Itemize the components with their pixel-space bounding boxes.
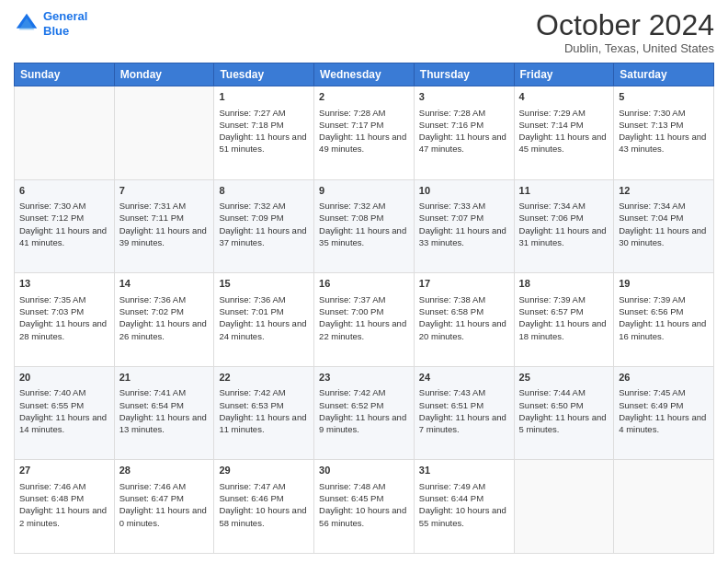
sunset-text: Sunset: 7:04 PM bbox=[619, 212, 709, 224]
day-header-wednesday: Wednesday bbox=[314, 63, 415, 86]
day-header-tuesday: Tuesday bbox=[214, 63, 314, 86]
week-row-0: 1Sunrise: 7:27 AMSunset: 7:18 PMDaylight… bbox=[15, 86, 714, 180]
sunrise-text: Sunrise: 7:42 AM bbox=[219, 386, 309, 398]
daylight-text: Daylight: 11 hours and 49 minutes. bbox=[319, 131, 409, 155]
sunset-text: Sunset: 7:07 PM bbox=[419, 212, 509, 224]
daylight-text: Daylight: 11 hours and 22 minutes. bbox=[319, 317, 409, 342]
header: General Blue October 2024 Dublin, Texas,… bbox=[14, 9, 714, 55]
calendar-cell: 9Sunrise: 7:32 AMSunset: 7:08 PMDaylight… bbox=[314, 179, 415, 273]
day-number: 27 bbox=[19, 464, 109, 477]
sunrise-text: Sunrise: 7:39 AM bbox=[619, 293, 709, 305]
day-number: 13 bbox=[19, 277, 109, 291]
sunrise-text: Sunrise: 7:38 AM bbox=[419, 293, 509, 305]
daylight-text: Daylight: 11 hours and 41 minutes. bbox=[19, 224, 109, 249]
day-number: 29 bbox=[219, 464, 309, 477]
sunrise-text: Sunrise: 7:41 AM bbox=[119, 386, 210, 398]
day-number: 12 bbox=[619, 184, 709, 198]
sunset-text: Sunset: 6:51 PM bbox=[419, 399, 509, 411]
sunset-text: Sunset: 6:44 PM bbox=[419, 492, 509, 504]
sunrise-text: Sunrise: 7:39 AM bbox=[519, 293, 609, 305]
daylight-text: Daylight: 11 hours and 31 minutes. bbox=[519, 224, 609, 249]
day-number: 3 bbox=[419, 90, 509, 104]
sunrise-text: Sunrise: 7:36 AM bbox=[219, 293, 309, 305]
calendar-cell: 3Sunrise: 7:28 AMSunset: 7:16 PMDaylight… bbox=[414, 86, 514, 180]
sunset-text: Sunset: 7:14 PM bbox=[519, 119, 609, 131]
calendar-cell: 8Sunrise: 7:32 AMSunset: 7:09 PMDaylight… bbox=[214, 179, 314, 273]
day-header-friday: Friday bbox=[514, 63, 614, 86]
logo-line2: Blue bbox=[43, 24, 69, 38]
sunset-text: Sunset: 7:02 PM bbox=[119, 305, 210, 317]
daylight-text: Daylight: 11 hours and 5 minutes. bbox=[519, 411, 609, 436]
daylight-text: Daylight: 11 hours and 11 minutes. bbox=[219, 411, 309, 436]
daylight-text: Daylight: 11 hours and 18 minutes. bbox=[519, 317, 609, 342]
sunset-text: Sunset: 6:58 PM bbox=[419, 305, 509, 317]
calendar-cell: 31Sunrise: 7:49 AMSunset: 6:44 PMDayligh… bbox=[414, 460, 514, 554]
sunset-text: Sunset: 6:57 PM bbox=[519, 305, 609, 317]
sunrise-text: Sunrise: 7:30 AM bbox=[19, 200, 109, 212]
sunrise-text: Sunrise: 7:43 AM bbox=[419, 386, 509, 398]
day-header-saturday: Saturday bbox=[614, 63, 714, 86]
daylight-text: Daylight: 11 hours and 43 minutes. bbox=[619, 131, 709, 155]
sunrise-text: Sunrise: 7:40 AM bbox=[19, 386, 109, 398]
sunrise-text: Sunrise: 7:28 AM bbox=[319, 107, 409, 119]
sunset-text: Sunset: 7:11 PM bbox=[119, 212, 210, 224]
calendar-cell bbox=[15, 86, 115, 180]
sunset-text: Sunset: 6:56 PM bbox=[619, 305, 709, 317]
calendar-cell: 22Sunrise: 7:42 AMSunset: 6:53 PMDayligh… bbox=[214, 366, 314, 460]
sunrise-text: Sunrise: 7:49 AM bbox=[419, 480, 509, 492]
sunset-text: Sunset: 7:09 PM bbox=[219, 212, 309, 224]
daylight-text: Daylight: 11 hours and 9 minutes. bbox=[319, 411, 409, 436]
sunset-text: Sunset: 6:47 PM bbox=[119, 492, 210, 504]
location: Dublin, Texas, United States bbox=[536, 41, 714, 55]
calendar-cell: 29Sunrise: 7:47 AMSunset: 6:46 PMDayligh… bbox=[214, 460, 314, 554]
calendar-cell: 24Sunrise: 7:43 AMSunset: 6:51 PMDayligh… bbox=[414, 366, 514, 460]
calendar-cell: 28Sunrise: 7:46 AMSunset: 6:47 PMDayligh… bbox=[114, 460, 214, 554]
calendar-table: SundayMondayTuesdayWednesdayThursdayFrid… bbox=[14, 63, 714, 554]
day-header-monday: Monday bbox=[114, 63, 214, 86]
day-number: 31 bbox=[419, 464, 509, 477]
sunrise-text: Sunrise: 7:35 AM bbox=[19, 293, 109, 305]
sunset-text: Sunset: 6:50 PM bbox=[519, 399, 609, 411]
sunrise-text: Sunrise: 7:28 AM bbox=[419, 107, 509, 119]
daylight-text: Daylight: 11 hours and 0 minutes. bbox=[119, 504, 210, 529]
sunrise-text: Sunrise: 7:42 AM bbox=[319, 386, 409, 398]
day-number: 18 bbox=[519, 277, 609, 291]
day-number: 30 bbox=[319, 464, 409, 477]
sunset-text: Sunset: 7:06 PM bbox=[519, 212, 609, 224]
calendar-header-row: SundayMondayTuesdayWednesdayThursdayFrid… bbox=[15, 63, 714, 86]
calendar-cell: 15Sunrise: 7:36 AMSunset: 7:01 PMDayligh… bbox=[214, 273, 314, 367]
logo-text: General Blue bbox=[43, 9, 87, 38]
day-number: 5 bbox=[619, 90, 709, 104]
calendar-cell: 30Sunrise: 7:48 AMSunset: 6:45 PMDayligh… bbox=[314, 460, 415, 554]
calendar-cell: 21Sunrise: 7:41 AMSunset: 6:54 PMDayligh… bbox=[114, 366, 214, 460]
sunrise-text: Sunrise: 7:34 AM bbox=[619, 200, 709, 212]
sunrise-text: Sunrise: 7:45 AM bbox=[619, 386, 709, 398]
logo-line1: General bbox=[43, 9, 87, 23]
calendar-cell bbox=[114, 86, 214, 180]
sunset-text: Sunset: 7:01 PM bbox=[219, 305, 309, 317]
day-number: 10 bbox=[419, 184, 509, 198]
logo: General Blue bbox=[14, 9, 87, 38]
daylight-text: Daylight: 11 hours and 20 minutes. bbox=[419, 317, 509, 342]
sunrise-text: Sunrise: 7:33 AM bbox=[419, 200, 509, 212]
calendar-cell: 2Sunrise: 7:28 AMSunset: 7:17 PMDaylight… bbox=[314, 86, 415, 180]
sunset-text: Sunset: 6:45 PM bbox=[319, 492, 409, 504]
sunset-text: Sunset: 7:03 PM bbox=[19, 305, 109, 317]
day-number: 7 bbox=[119, 184, 210, 198]
daylight-text: Daylight: 11 hours and 30 minutes. bbox=[619, 224, 709, 249]
week-row-3: 20Sunrise: 7:40 AMSunset: 6:55 PMDayligh… bbox=[15, 366, 714, 460]
title-block: October 2024 Dublin, Texas, United State… bbox=[536, 9, 714, 55]
day-number: 15 bbox=[219, 277, 309, 291]
sunset-text: Sunset: 6:49 PM bbox=[619, 399, 709, 411]
day-number: 9 bbox=[319, 184, 409, 198]
calendar-cell: 10Sunrise: 7:33 AMSunset: 7:07 PMDayligh… bbox=[414, 179, 514, 273]
calendar-cell: 25Sunrise: 7:44 AMSunset: 6:50 PMDayligh… bbox=[514, 366, 614, 460]
daylight-text: Daylight: 11 hours and 28 minutes. bbox=[19, 317, 109, 342]
day-number: 8 bbox=[219, 184, 309, 198]
daylight-text: Daylight: 11 hours and 14 minutes. bbox=[19, 411, 109, 436]
day-header-thursday: Thursday bbox=[414, 63, 514, 86]
calendar-cell: 27Sunrise: 7:46 AMSunset: 6:48 PMDayligh… bbox=[15, 460, 115, 554]
daylight-text: Daylight: 11 hours and 51 minutes. bbox=[219, 131, 309, 155]
sunrise-text: Sunrise: 7:31 AM bbox=[119, 200, 210, 212]
calendar-cell: 14Sunrise: 7:36 AMSunset: 7:02 PMDayligh… bbox=[114, 273, 214, 367]
